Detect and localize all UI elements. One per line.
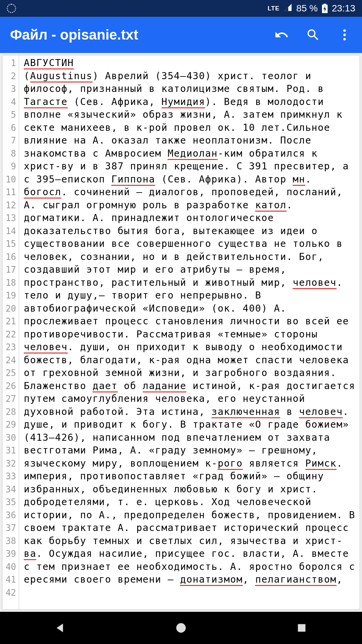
text-content[interactable]: АВГУСТИН (Augustinus) Аврелий (354—430) … — [19, 55, 360, 609]
svg-point-4 — [343, 38, 346, 40]
home-button[interactable] — [168, 620, 194, 636]
status-bar: LTE 85 % 23:13 — [0, 0, 362, 17]
recents-button[interactable] — [288, 620, 315, 636]
back-button[interactable] — [47, 620, 74, 636]
app-title: Файл - opisanie.txt — [10, 27, 138, 43]
battery-charging-icon — [322, 4, 328, 13]
clock: 23:13 — [332, 3, 355, 14]
navigation-bar — [0, 612, 362, 644]
search-button[interactable] — [306, 28, 320, 42]
svg-point-3 — [343, 34, 346, 36]
battery-percent: 85 % — [296, 3, 318, 14]
more-button[interactable] — [337, 28, 352, 42]
svg-rect-1 — [323, 4, 326, 5]
line-gutter: 1 2 3 4 5 6 7 8 9 10 11 12 13 14 15 16 1… — [2, 55, 19, 609]
app-bar: Файл - opisanie.txt — [0, 17, 362, 53]
svg-point-5 — [176, 623, 186, 633]
network-type: LTE — [267, 5, 280, 12]
editor-container: 1 2 3 4 5 6 7 8 9 10 11 12 13 14 15 16 1… — [0, 53, 362, 612]
svg-point-2 — [343, 30, 346, 32]
signal-icon — [284, 3, 292, 14]
svg-rect-6 — [298, 624, 306, 632]
loading-icon — [7, 4, 16, 13]
undo-button[interactable] — [274, 28, 289, 42]
text-editor[interactable]: 1 2 3 4 5 6 7 8 9 10 11 12 13 14 15 16 1… — [2, 55, 360, 610]
